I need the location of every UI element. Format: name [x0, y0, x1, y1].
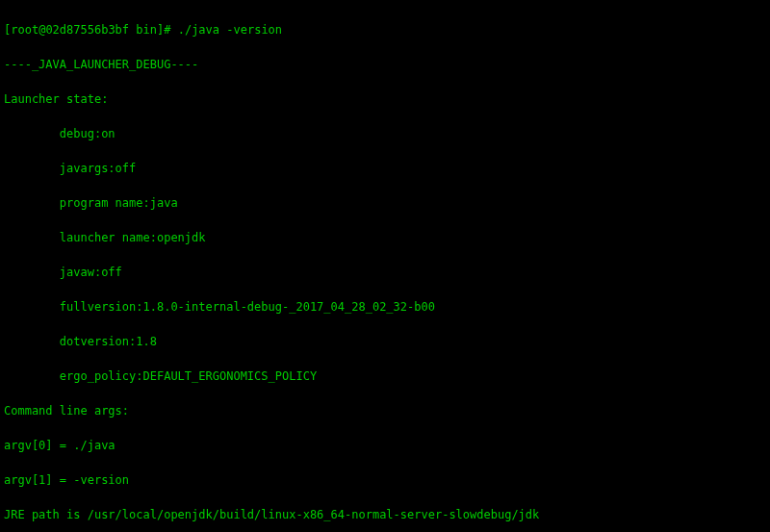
output-line: program name:java: [4, 194, 766, 212]
output-line: launcher name:openjdk: [4, 229, 766, 246]
terminal-output[interactable]: [root@02d87556b3bf bin]# ./java -version…: [4, 4, 766, 532]
output-line: Launcher state:: [4, 90, 766, 108]
output-line: JRE path is /usr/local/openjdk/build/lin…: [4, 506, 766, 523]
output-line: javargs:off: [4, 160, 766, 177]
output-line: argv[1] = -version: [4, 471, 766, 489]
output-line: debug:on: [4, 125, 766, 142]
output-line: ----_JAVA_LAUNCHER_DEBUG----: [4, 56, 766, 73]
output-line: fullversion:1.8.0-internal-debug-_2017_0…: [4, 298, 766, 316]
output-line: ergo_policy:DEFAULT_ERGONOMICS_POLICY: [4, 367, 766, 385]
prompt-line: [root@02d87556b3bf bin]# ./java -version: [4, 21, 766, 38]
output-line: Command line args:: [4, 402, 766, 419]
output-line: dotversion:1.8: [4, 333, 766, 350]
output-line: javaw:off: [4, 264, 766, 281]
output-line: argv[0] = ./java: [4, 437, 766, 454]
